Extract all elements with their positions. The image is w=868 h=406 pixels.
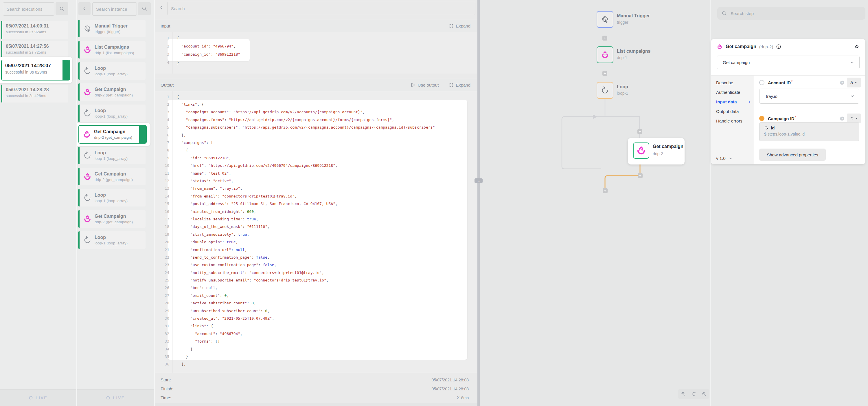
code-line: 31 "links": { bbox=[155, 322, 477, 330]
step-item[interactable]: Manual Triggertrigger (trigger) bbox=[78, 20, 146, 37]
step-item[interactable]: Looploop-1 (loop_array) bbox=[78, 147, 146, 164]
debugger-search[interactable] bbox=[167, 2, 475, 15]
executions-search[interactable] bbox=[3, 2, 54, 16]
tab-handle-errors[interactable]: Handle errors bbox=[711, 116, 754, 126]
code-text: "href": "https://api.getdrip.com/v2/4966… bbox=[173, 163, 338, 168]
step-item[interactable]: List Campaignsdrip-1 (list_campaigns) bbox=[78, 41, 146, 58]
line-number: 17 bbox=[155, 217, 173, 221]
executions-search-button[interactable] bbox=[56, 2, 68, 15]
use-output-button[interactable]: Use output bbox=[410, 83, 439, 87]
step-title: Get Campaign bbox=[95, 87, 133, 92]
input-type-picker[interactable]: A bbox=[847, 78, 861, 87]
step-id: (drip-2) bbox=[759, 44, 773, 49]
code-line: 27 "email_count": 0, bbox=[155, 292, 477, 299]
code-line: 7 "campaigns": [ bbox=[155, 139, 477, 146]
debugger-search-input[interactable] bbox=[167, 2, 475, 15]
output-expand-button[interactable]: Expand bbox=[449, 83, 470, 87]
tab-authenticate[interactable]: Authenticate bbox=[711, 87, 754, 97]
chevron-left-icon bbox=[82, 6, 87, 11]
code-line: 35 } bbox=[155, 353, 477, 360]
live-badge[interactable]: LIVE bbox=[29, 396, 48, 400]
node-loop-box[interactable] bbox=[597, 82, 613, 99]
help-icon[interactable]: ? bbox=[776, 44, 781, 49]
line-number: 2 bbox=[155, 102, 173, 107]
live-badge[interactable]: LIVE bbox=[106, 396, 125, 400]
code-line: 30 "created_at": "2021-05-25T10:07:49Z", bbox=[155, 315, 477, 322]
steps-search[interactable] bbox=[92, 2, 137, 16]
add-step-button[interactable] bbox=[603, 188, 608, 193]
search-icon bbox=[721, 10, 727, 16]
node-title: List campaigns bbox=[617, 49, 650, 54]
operation-select[interactable]: Get campaign bbox=[717, 56, 860, 69]
steps-back-button[interactable] bbox=[79, 2, 91, 15]
live-dot-icon bbox=[106, 396, 110, 400]
code-line: 15 "postal_address": "25 Stillman St, Sa… bbox=[155, 200, 477, 207]
step-item[interactable]: Looploop-1 (loop_array) bbox=[78, 231, 146, 249]
step-item[interactable]: Get Campaigndrip-2 (get_campaign) bbox=[78, 168, 146, 185]
account-select[interactable]: tray.io bbox=[759, 89, 859, 104]
step-item[interactable]: Looploop-1 (loop_array) bbox=[78, 189, 146, 206]
step-item[interactable]: Get Campaigndrip-2 (get_campaign) bbox=[78, 210, 146, 228]
code-text: { bbox=[173, 148, 188, 152]
execution-item[interactable]: 05/07/2021 14:27:56successful in 2s 725m… bbox=[1, 41, 68, 59]
input-expand-button[interactable]: Expand bbox=[449, 24, 470, 28]
help-icon[interactable]: ? bbox=[840, 116, 844, 121]
chevron-left-icon[interactable] bbox=[159, 5, 164, 10]
add-step-button[interactable] bbox=[638, 129, 642, 134]
step-item[interactable]: Get Campaigndrip-2 (get_campaign) bbox=[79, 125, 147, 144]
input-code-area[interactable]: 1{2 "account_id": "4966794",3 "campaign_… bbox=[155, 32, 477, 74]
campaign-id-jsonpath[interactable]: id $.steps.loop-1.value.id bbox=[759, 122, 859, 141]
steps-search-input[interactable] bbox=[93, 3, 136, 16]
step-item-text: Get Campaigndrip-2 (get_campaign) bbox=[95, 214, 133, 224]
tab-describe[interactable]: Describe bbox=[711, 78, 754, 87]
code-line: 19 "start_immediately": true, bbox=[155, 231, 477, 238]
version-selector[interactable]: v 1.0 bbox=[716, 156, 733, 161]
executions-search-input[interactable] bbox=[3, 3, 54, 16]
steps-search-button[interactable] bbox=[138, 2, 151, 15]
zoom-out-icon[interactable] bbox=[681, 392, 686, 397]
node-trigger-box[interactable] bbox=[597, 11, 613, 28]
input-type-picker[interactable] bbox=[847, 114, 861, 123]
expand-label: Expand bbox=[456, 24, 470, 28]
step-item-text: Looploop-1 (loop_array) bbox=[95, 150, 128, 161]
help-icon[interactable]: ? bbox=[840, 80, 844, 85]
node-drip-box[interactable] bbox=[597, 46, 613, 63]
field-campaign-id: Campaign ID * ? bbox=[759, 115, 861, 122]
add-step-button[interactable] bbox=[602, 71, 607, 76]
add-step-button[interactable] bbox=[602, 36, 607, 40]
drip-icon bbox=[83, 88, 92, 96]
step-item[interactable]: Looploop-1 (loop_array) bbox=[78, 105, 146, 122]
show-advanced-properties-button[interactable]: Show advanced properties bbox=[759, 149, 826, 161]
execution-time: 05/07/2021 14:00:31 bbox=[6, 24, 65, 29]
code-text: { bbox=[173, 36, 179, 40]
tab-output-data[interactable]: Output data bbox=[711, 107, 754, 116]
step-title: List Campaigns bbox=[95, 45, 134, 50]
tab-input-data[interactable]: Input data› bbox=[711, 97, 754, 107]
execution-item[interactable]: 05/07/2021 14:00:31successful in 3s 924m… bbox=[1, 21, 68, 39]
panel-resize-divider[interactable] bbox=[477, 0, 480, 406]
step-item[interactable]: Looploop-1 (loop_array) bbox=[78, 62, 146, 80]
line-number: 9 bbox=[155, 156, 173, 160]
step-search[interactable] bbox=[717, 7, 865, 20]
execution-item[interactable]: 05/07/2021 14:28:07successful in 3s 829m… bbox=[1, 60, 70, 81]
code-text: "localize_sending_time": true, bbox=[173, 217, 258, 221]
add-step-button[interactable] bbox=[638, 173, 643, 178]
zoom-in-icon[interactable] bbox=[702, 392, 707, 397]
collapse-icon[interactable] bbox=[854, 44, 860, 50]
code-line: 2 "account_id": "4966794", bbox=[155, 42, 477, 50]
resize-handle-icon[interactable]: ↔ bbox=[474, 178, 483, 183]
config-tabs: DescribeAuthenticateInput data›Output da… bbox=[711, 76, 754, 164]
line-number: 13 bbox=[155, 186, 173, 191]
code-text: "minutes_from_midnight": 660, bbox=[173, 209, 256, 214]
output-code-area[interactable]: 1{2 "links": {3 "campaigns.account": "ht… bbox=[155, 91, 477, 373]
execution-item[interactable]: 05/07/2021 14:28:28successful in 2s 428m… bbox=[1, 85, 68, 103]
refresh-icon[interactable] bbox=[691, 392, 696, 397]
node-get-campaign-selected[interactable]: Get campaign drip-2 bbox=[628, 138, 685, 165]
input-code: 1{2 "account_id": "4966794",3 "campaign_… bbox=[155, 34, 477, 66]
step-search-input[interactable] bbox=[730, 11, 852, 16]
code-text: } bbox=[173, 60, 179, 65]
step-title: Get Campaign bbox=[94, 129, 132, 134]
step-item[interactable]: Get Campaigndrip-2 (get_campaign) bbox=[78, 83, 146, 101]
step-item-text: Get Campaigndrip-2 (get_campaign) bbox=[94, 129, 132, 140]
workflow-canvas[interactable]: Manual TriggertriggerList campaignsdrip-… bbox=[480, 0, 711, 406]
